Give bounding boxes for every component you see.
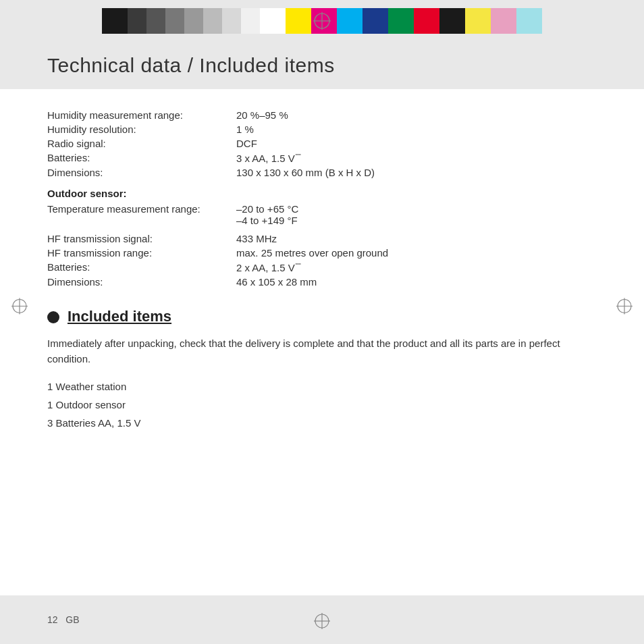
spec-row-outdoor-dimensions: Dimensions: 46 x 105 x 28 mm: [47, 275, 597, 289]
page-footer: 12 GB: [0, 595, 644, 644]
color-swatch: [260, 8, 286, 34]
color-swatch: [465, 8, 491, 34]
spec-value: 1 %: [236, 122, 597, 136]
spec-row-batteries: Batteries: 3 x AA, 1.5 V⁼⁼: [47, 151, 597, 165]
spec-value: DCF: [236, 136, 597, 151]
outdoor-specs-table: Temperature measurement range: –20 to +6…: [47, 202, 597, 289]
page-header: Technical data / Included items: [0, 42, 644, 89]
included-items-section: Included items Immediately after unpacki…: [47, 308, 597, 432]
spec-row-humidity-range: Humidity measurement range: 20 %–95 %: [47, 108, 597, 122]
spec-value: 433 MHz: [236, 232, 597, 246]
spec-row-outdoor-batteries: Batteries: 2 x AA, 1.5 V⁼⁼: [47, 260, 597, 275]
spec-value: 2 x AA, 1.5 V⁼⁼: [236, 260, 597, 275]
spec-label: Temperature measurement range:: [47, 202, 236, 227]
spec-row-humidity-res: Humidity resolution: 1 %: [47, 122, 597, 136]
outdoor-sensor-heading: Outdoor sensor:: [47, 188, 597, 199]
color-swatch: [222, 8, 241, 34]
spec-row-hf-range: HF transmission range: max. 25 metres ov…: [47, 246, 597, 260]
color-swatch: [388, 8, 414, 34]
spec-label: Humidity measurement range:: [47, 108, 236, 122]
color-swatch: [203, 8, 222, 34]
main-specs-table: Humidity measurement range: 20 %–95 % Hu…: [47, 108, 597, 180]
spec-value: max. 25 metres over open ground: [236, 246, 597, 260]
spec-label: Dimensions:: [47, 165, 236, 180]
color-swatch: [491, 8, 516, 34]
spec-value: 20 %–95 %: [236, 108, 597, 122]
crosshair-top: [313, 11, 331, 30]
color-swatch: [439, 8, 465, 34]
color-swatch: [184, 8, 203, 34]
spec-label: Radio signal:: [47, 136, 236, 151]
crosshair-right: [616, 298, 633, 317]
spec-label: HF transmission range:: [47, 246, 236, 260]
spec-value: 130 x 130 x 60 mm (B x H x D): [236, 165, 597, 180]
spec-label: Batteries:: [47, 260, 236, 275]
color-swatch: [337, 8, 363, 34]
crosshair-left: [11, 298, 28, 317]
spec-row-hf-signal: HF transmission signal: 433 MHz: [47, 232, 597, 246]
color-swatch: [286, 8, 311, 34]
color-swatch: [414, 8, 439, 34]
spec-label: Dimensions:: [47, 275, 236, 289]
spec-value: –20 to +65 °C –4 to +149 °F: [236, 202, 597, 227]
spec-label: HF transmission signal:: [47, 232, 236, 246]
included-items-header: Included items: [47, 308, 597, 325]
page-number: 12 GB: [47, 614, 79, 625]
color-swatch: [165, 8, 184, 34]
spec-row-dimensions: Dimensions: 130 x 130 x 60 mm (B x H x D…: [47, 165, 597, 180]
spec-label: Humidity resolution:: [47, 122, 236, 136]
color-swatch: [363, 8, 388, 34]
color-swatch: [516, 8, 542, 34]
page-title: Technical data / Included items: [47, 54, 597, 77]
included-list-item: 3 Batteries AA, 1.5 V: [47, 414, 597, 432]
spec-row-temp-range: Temperature measurement range: –20 to +6…: [47, 202, 597, 227]
included-items-title: Included items: [68, 308, 171, 325]
color-swatch: [241, 8, 260, 34]
bullet-circle-icon: [47, 311, 59, 323]
included-list-item: 1 Weather station: [47, 377, 597, 396]
spec-row-radio: Radio signal: DCF: [47, 136, 597, 151]
included-list-item: 1 Outdoor sensor: [47, 396, 597, 414]
spec-value: 3 x AA, 1.5 V⁼⁼: [236, 151, 597, 165]
color-swatch: [146, 8, 165, 34]
spec-value: 46 x 105 x 28 mm: [236, 275, 597, 289]
color-bar-container: [0, 0, 644, 42]
included-items-list: 1 Weather station1 Outdoor sensor3 Batte…: [47, 377, 597, 432]
main-content: Humidity measurement range: 20 %–95 % Hu…: [0, 89, 644, 446]
color-swatch: [128, 8, 146, 34]
spec-label: Batteries:: [47, 151, 236, 165]
crosshair-bottom: [313, 612, 331, 632]
included-items-description: Immediately after unpacking, check that …: [47, 336, 597, 367]
color-swatch: [102, 8, 128, 34]
